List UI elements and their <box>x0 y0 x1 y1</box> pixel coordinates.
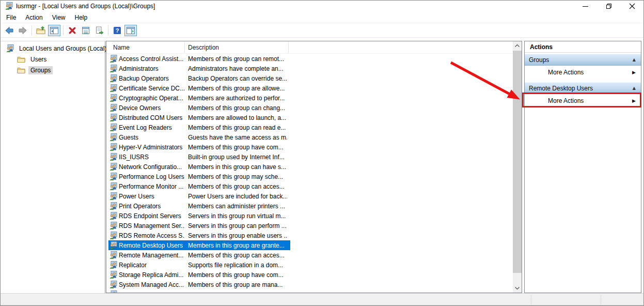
actions-section-remote-desktop-users[interactable]: Remote Desktop Users ▲ <box>525 82 641 94</box>
show-console-tree-icon[interactable] <box>48 25 60 36</box>
table-row[interactable]: Performance Monitor ... Members of this … <box>108 181 290 191</box>
table-row[interactable]: Remote Desktop Users Members in this gro… <box>108 240 290 250</box>
group-name: Backup Operators <box>119 75 185 82</box>
table-row[interactable]: Print Operators Members can administer p… <box>108 201 290 211</box>
table-row[interactable]: Guests Guests have the same access as m.… <box>108 132 290 142</box>
menu-view[interactable]: View <box>48 12 70 23</box>
group-icon <box>109 212 117 220</box>
more-actions-groups[interactable]: More Actions ▶ <box>525 66 641 79</box>
group-description: Members are allowed to launch, a... <box>188 114 287 121</box>
group-name: Certificate Service DC... <box>119 85 185 92</box>
column-separator[interactable] <box>288 42 289 53</box>
minimize-button[interactable] <box>574 1 597 12</box>
group-icon <box>109 222 117 230</box>
table-row[interactable]: Access Control Assist... Members of this… <box>108 54 290 64</box>
actions-pane: Actions Groups ▲ More Actions ▶ Remote D… <box>524 41 641 293</box>
table-row[interactable]: Storage Replica Admi... Members of this … <box>108 270 290 280</box>
scroll-up-icon[interactable] <box>513 41 522 50</box>
group-name: Replicator <box>119 262 185 269</box>
group-description: Supports file replication in a dom... <box>188 262 287 269</box>
toolbar-separator <box>108 25 108 36</box>
group-icon <box>109 281 117 289</box>
title-bar: lusrmgr - [Local Users and Groups (Local… <box>1 1 643 12</box>
table-row[interactable]: Replicator Supports file replication in … <box>108 260 290 270</box>
scroll-down-icon[interactable] <box>513 284 522 293</box>
group-description: Members of this group can chang... <box>188 104 287 112</box>
close-button[interactable] <box>620 1 643 12</box>
table-row[interactable]: Power Users Power Users are included for… <box>108 191 290 201</box>
delete-icon[interactable] <box>66 25 78 36</box>
show-action-pane-icon[interactable] <box>124 25 137 36</box>
table-row[interactable]: System Managed Acc... Members of this gr… <box>108 280 290 289</box>
group-icon <box>109 182 117 191</box>
group-icon <box>109 114 117 122</box>
users-computer-icon <box>6 44 14 53</box>
group-icon <box>109 251 117 259</box>
export-list-icon[interactable] <box>93 25 105 36</box>
table-row[interactable]: IIS_IUSRS Built-in group used by Interne… <box>108 152 290 162</box>
group-description: Members in this group can have s... <box>188 163 287 171</box>
menu-help[interactable]: Help <box>70 12 92 23</box>
table-row[interactable]: Certificate Service DC... Members of thi… <box>108 83 290 93</box>
scrollbar-thumb[interactable] <box>513 51 522 273</box>
table-row[interactable]: Performance Log Users Members of this gr… <box>108 172 290 181</box>
group-name: Remote Management... <box>119 252 185 259</box>
restore-button[interactable] <box>597 1 620 12</box>
table-row[interactable]: Backup Operators Backup Operators can ov… <box>108 73 290 83</box>
table-row[interactable]: RDS Remote Access S... Servers in this g… <box>108 231 290 240</box>
back-icon[interactable] <box>3 25 15 36</box>
group-name: Access Control Assist... <box>119 55 185 63</box>
table-row[interactable]: Administrators Administrators have compl… <box>108 64 290 73</box>
vertical-scrollbar[interactable] <box>513 41 522 293</box>
section-header-label: Remote Desktop Users <box>529 85 593 92</box>
tree-groups-label: Groups <box>28 66 53 74</box>
group-name: RDS Endpoint Servers <box>119 212 185 220</box>
group-description: Members of this group have com... <box>188 144 287 151</box>
table-row[interactable]: RDS Management Ser... Servers in this gr… <box>108 221 290 231</box>
menu-file[interactable]: File <box>2 12 21 23</box>
group-description: Members in this group are grante... <box>188 242 287 249</box>
group-name: IIS_IUSRS <box>119 154 185 161</box>
table-row[interactable]: Distributed COM Users Members are allowe… <box>108 113 290 123</box>
group-name: Print Operators <box>119 203 185 210</box>
group-name: Storage Replica Admi... <box>119 271 185 279</box>
column-header-description[interactable]: Description <box>188 41 219 54</box>
menu-action[interactable]: Action <box>21 12 47 23</box>
group-list-pane: Name Description Access Control Assist..… <box>106 41 522 293</box>
forward-icon[interactable] <box>17 25 29 36</box>
group-description: Administrators have complete an... <box>188 65 287 72</box>
group-description: Members of this group can acces... <box>188 183 287 190</box>
column-separator[interactable] <box>184 42 185 53</box>
tree-root-local-users-and-groups[interactable]: Local Users and Groups (Local) <box>1 43 105 54</box>
app-icon <box>5 2 13 10</box>
more-actions-remote-desktop-users[interactable]: More Actions ▶ <box>525 94 641 108</box>
group-description: Members of this group may sche... <box>188 173 287 180</box>
group-description: Guests have the same access as m... <box>188 134 287 141</box>
group-icon <box>109 153 117 161</box>
up-one-level-icon[interactable] <box>35 25 47 36</box>
table-row[interactable]: Cryptographic Operat... Members are auth… <box>108 93 290 103</box>
tree-root-label: Local Users and Groups (Local) <box>17 44 108 53</box>
table-row[interactable]: Hyper-V Administrators Members of this g… <box>108 142 290 152</box>
sidebar-item-groups[interactable]: Groups <box>1 65 105 75</box>
window-title: lusrmgr - [Local Users and Groups (Local… <box>16 3 155 10</box>
table-row[interactable]: Network Configuratio... Members in this … <box>108 162 290 172</box>
collapse-icon[interactable]: ▲ <box>633 57 636 62</box>
table-row[interactable]: RDS Endpoint Servers Servers in this gro… <box>108 211 290 221</box>
group-icon <box>109 104 117 112</box>
sidebar-item-users[interactable]: Users <box>1 54 105 65</box>
help-icon[interactable]: ? <box>111 25 123 36</box>
lusrmgr-window: lusrmgr - [Local Users and Groups (Local… <box>0 0 644 306</box>
group-icon <box>109 271 117 279</box>
table-row[interactable]: Event Log Readers Members of this group … <box>108 123 290 132</box>
column-header-name[interactable]: Name <box>113 41 130 54</box>
properties-icon[interactable] <box>80 25 92 36</box>
group-icon <box>109 133 117 142</box>
table-row[interactable]: Remote Management... Members of this gro… <box>108 250 290 260</box>
collapse-icon[interactable]: ▲ <box>633 86 636 90</box>
group-icon <box>109 163 117 171</box>
table-row[interactable]: Device Owners Members of this group can … <box>108 103 290 113</box>
group-name: RDS Management Ser... <box>119 222 185 230</box>
group-icon <box>109 84 117 93</box>
actions-section-groups[interactable]: Groups ▲ <box>525 54 641 66</box>
